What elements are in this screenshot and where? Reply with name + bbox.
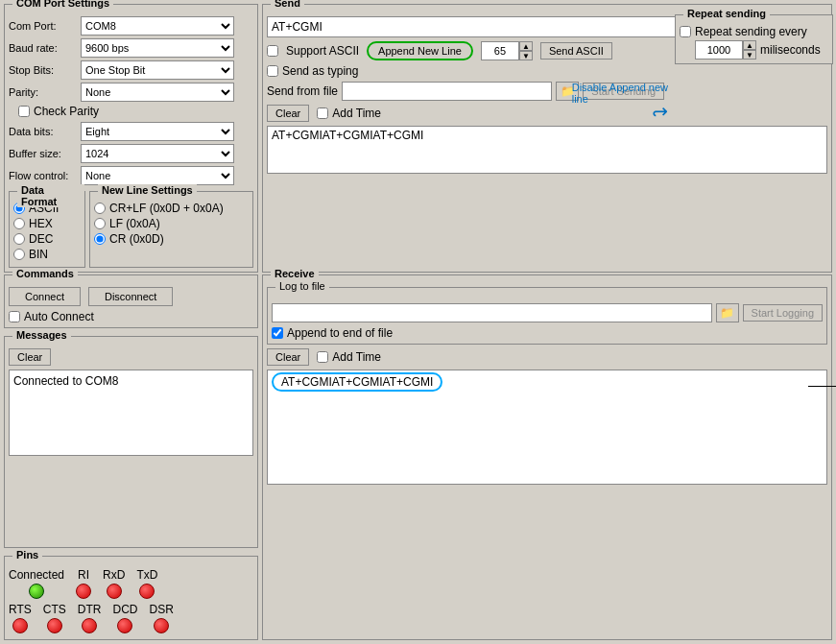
stop-bits-label: Stop Bits: bbox=[9, 64, 81, 76]
send-add-time-checkbox[interactable] bbox=[317, 107, 328, 119]
receive-area: AT+CGMIAT+CGMIAT+CGMI bbox=[267, 370, 827, 485]
baud-rate-label: Baud rate: bbox=[9, 42, 81, 54]
log-folder-icon: 📁 bbox=[720, 306, 734, 320]
dtr-led bbox=[82, 618, 97, 633]
txd-label: TxD bbox=[136, 568, 157, 582]
append-checkbox[interactable] bbox=[272, 327, 283, 339]
rxd-label: RxD bbox=[103, 568, 125, 582]
flow-control-label: Flow control: bbox=[9, 170, 81, 181]
connected-led bbox=[29, 584, 44, 599]
lf-label: LF (0x0A) bbox=[109, 217, 160, 230]
repeat-panel-title: Repeat sending bbox=[683, 8, 770, 19]
pin-rxd: RxD bbox=[103, 568, 125, 599]
bin-label: BIN bbox=[29, 248, 48, 261]
log-file-input[interactable] bbox=[272, 303, 712, 322]
dcd-label: DCD bbox=[112, 603, 137, 616]
support-ascii-label: Support ASCII bbox=[286, 44, 359, 58]
pin-cts: CTS bbox=[43, 603, 66, 633]
dtr-label: DTR bbox=[78, 603, 102, 616]
num-down-button[interactable]: ▼ bbox=[519, 51, 533, 60]
send-as-typing-checkbox[interactable] bbox=[267, 65, 278, 77]
support-ascii-checkbox[interactable] bbox=[267, 45, 278, 57]
parity-label: Parity: bbox=[9, 86, 81, 98]
log-file-browse-button[interactable]: 📁 bbox=[716, 303, 739, 322]
repeat-label: Repeat sending every bbox=[695, 25, 807, 38]
rxd-led bbox=[107, 584, 122, 599]
dsr-label: DSR bbox=[149, 603, 173, 616]
start-sending-button[interactable]: Start Sending bbox=[583, 83, 664, 100]
disconnect-button[interactable]: Disconnect bbox=[88, 287, 173, 306]
crlf-label: CR+LF (0x0D + 0x0A) bbox=[109, 202, 224, 215]
num-up-button[interactable]: ▲ bbox=[519, 41, 533, 51]
send-clear-button[interactable]: Clear bbox=[267, 105, 309, 122]
check-parity-checkbox[interactable] bbox=[18, 106, 30, 117]
connected-label: Connected bbox=[9, 568, 64, 582]
send-from-file-label: Send from file bbox=[267, 84, 338, 98]
buffer-size-label: Buffer size: bbox=[9, 148, 81, 159]
data-bits-select[interactable]: Eight bbox=[81, 122, 234, 141]
messages-clear-button[interactable]: Clear bbox=[9, 348, 51, 366]
send-log-area: AT+CGMIAT+CGMIAT+CGMI bbox=[267, 126, 827, 174]
cts-label: CTS bbox=[43, 603, 66, 616]
send-add-time-label: Add Time bbox=[332, 107, 381, 120]
messages-panel-title: Messages bbox=[12, 329, 71, 341]
auto-connect-label: Auto Connect bbox=[24, 310, 94, 323]
cr-label: CR (0x0D) bbox=[109, 232, 164, 246]
pin-ri: RI bbox=[76, 568, 91, 599]
append-label: Append to end of file bbox=[287, 326, 393, 340]
dec-radio[interactable] bbox=[13, 233, 25, 245]
com-port-label: Com Port: bbox=[9, 20, 81, 32]
dsr-led bbox=[154, 618, 169, 633]
parity-select[interactable]: None bbox=[81, 83, 234, 102]
pin-dtr: DTR bbox=[78, 603, 102, 633]
dcd-led bbox=[117, 618, 132, 633]
data-format-title: Data Format bbox=[17, 184, 84, 207]
send-from-file-input[interactable] bbox=[342, 82, 552, 101]
ascii-num-input[interactable] bbox=[481, 41, 519, 60]
lf-radio[interactable] bbox=[94, 218, 106, 229]
check-parity-label: Check Parity bbox=[34, 105, 99, 118]
stop-bits-select[interactable]: One Stop Bit bbox=[81, 60, 234, 80]
cts-led bbox=[47, 618, 62, 633]
start-logging-button[interactable]: Start Logging bbox=[743, 304, 823, 322]
txd-led bbox=[139, 584, 155, 599]
hex-radio[interactable] bbox=[13, 218, 25, 229]
pin-dcd: DCD bbox=[112, 603, 137, 633]
pin-connected: Connected bbox=[9, 568, 64, 599]
connect-button[interactable]: Connect bbox=[9, 287, 81, 306]
receive-panel-title: Receive bbox=[271, 268, 319, 279]
com-port-panel-title: COM Port Settings bbox=[12, 0, 113, 9]
ms-input[interactable] bbox=[695, 40, 743, 60]
rts-led bbox=[12, 618, 28, 633]
pin-rts: RTS bbox=[9, 603, 32, 633]
com-port-select[interactable]: COM8 bbox=[81, 16, 234, 36]
receive-content: AT+CGMIAT+CGMIAT+CGMI bbox=[272, 372, 442, 392]
crlf-radio[interactable] bbox=[94, 203, 106, 214]
pin-txd: TxD bbox=[136, 568, 157, 599]
ms-up-button[interactable]: ▲ bbox=[743, 40, 756, 50]
new-line-title: New Line Settings bbox=[98, 184, 197, 196]
dec-label: DEC bbox=[29, 232, 53, 246]
rts-label: RTS bbox=[9, 603, 32, 616]
auto-connect-checkbox[interactable] bbox=[9, 311, 20, 322]
repeat-checkbox[interactable] bbox=[680, 26, 691, 37]
send-as-typing-label: Send as typing bbox=[282, 64, 358, 78]
baud-rate-select[interactable]: 9600 bps bbox=[81, 38, 234, 58]
file-browse-button[interactable]: 📁 bbox=[556, 82, 579, 101]
cr-radio[interactable] bbox=[94, 233, 106, 245]
buffer-size-select[interactable]: 1024 bbox=[81, 144, 234, 163]
ri-label: RI bbox=[78, 568, 89, 582]
folder-icon: 📁 bbox=[561, 84, 575, 98]
receive-clear-button[interactable]: Clear bbox=[267, 348, 309, 366]
hex-label: HEX bbox=[29, 217, 53, 230]
send-ascii-button[interactable]: Send ASCII bbox=[540, 42, 612, 60]
append-new-line-button[interactable]: Append New Line bbox=[367, 41, 473, 60]
bin-radio[interactable] bbox=[13, 249, 25, 260]
flow-control-select[interactable]: None bbox=[81, 166, 234, 185]
ms-down-button[interactable]: ▼ bbox=[743, 50, 756, 60]
receive-add-time-checkbox[interactable] bbox=[317, 351, 328, 363]
commands-panel-title: Commands bbox=[12, 268, 78, 279]
data-bits-label: Data bits: bbox=[9, 126, 81, 137]
receive-add-time-label: Add Time bbox=[332, 350, 381, 364]
messages-area: Connected to COM8 bbox=[9, 370, 253, 456]
